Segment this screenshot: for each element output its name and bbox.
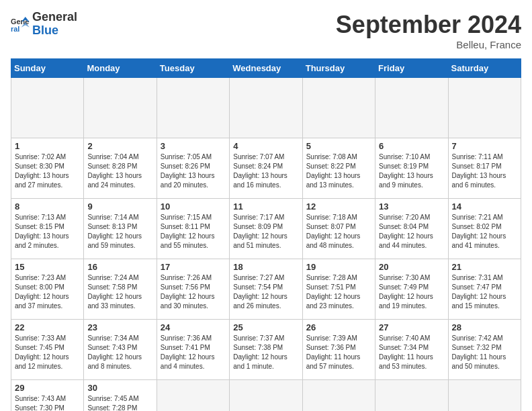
weekday-header-wednesday: Wednesday xyxy=(230,59,302,78)
day-number: 9 xyxy=(87,201,152,212)
day-info: Sunrise: 7:05 AMSunset: 8:26 PMDaylight:… xyxy=(161,152,226,190)
day-info: Sunrise: 7:04 AMSunset: 8:28 PMDaylight:… xyxy=(87,152,152,190)
calendar-cell xyxy=(375,380,448,412)
calendar-cell: 1Sunrise: 7:02 AMSunset: 8:30 PMDaylight… xyxy=(11,138,84,199)
day-info: Sunrise: 7:18 AMSunset: 8:07 PMDaylight:… xyxy=(306,213,371,250)
day-number: 25 xyxy=(233,322,298,332)
day-info: Sunrise: 7:24 AMSunset: 7:58 PMDaylight:… xyxy=(87,273,152,311)
calendar-cell xyxy=(448,380,521,412)
weekday-header-sunday: Sunday xyxy=(11,59,84,78)
calendar-cell: 30Sunrise: 7:45 AMSunset: 7:28 PMDayligh… xyxy=(84,380,157,412)
calendar-cell: 8Sunrise: 7:13 AMSunset: 8:15 PMDaylight… xyxy=(11,199,84,259)
weekday-header-friday: Friday xyxy=(375,59,448,78)
day-info: Sunrise: 7:31 AMSunset: 7:47 PMDaylight:… xyxy=(452,273,517,311)
day-number: 5 xyxy=(306,141,371,151)
day-info: Sunrise: 7:45 AMSunset: 7:28 PMDaylight:… xyxy=(87,394,152,411)
day-number: 27 xyxy=(379,322,444,332)
calendar-cell xyxy=(84,78,157,138)
day-info: Sunrise: 7:21 AMSunset: 8:02 PMDaylight:… xyxy=(452,213,517,250)
calendar-week-0 xyxy=(11,78,521,138)
day-number: 11 xyxy=(233,201,298,212)
day-number: 15 xyxy=(15,262,80,272)
calendar-cell: 18Sunrise: 7:27 AMSunset: 7:54 PMDayligh… xyxy=(230,259,302,320)
day-info: Sunrise: 7:27 AMSunset: 7:54 PMDaylight:… xyxy=(233,273,298,311)
day-number: 21 xyxy=(452,262,517,272)
calendar-cell: 4Sunrise: 7:07 AMSunset: 8:24 PMDaylight… xyxy=(230,138,302,199)
calendar-cell xyxy=(11,78,84,138)
weekday-header-thursday: Thursday xyxy=(302,59,375,78)
page-header: Gene ral General Blue September 2024 Bel… xyxy=(11,11,521,50)
logo: Gene ral General Blue xyxy=(11,11,77,38)
logo-general: General xyxy=(32,10,77,24)
calendar-cell xyxy=(302,78,375,138)
day-info: Sunrise: 7:34 AMSunset: 7:43 PMDaylight:… xyxy=(87,334,152,371)
day-info: Sunrise: 7:10 AMSunset: 8:19 PMDaylight:… xyxy=(379,152,444,190)
day-number: 30 xyxy=(87,383,152,393)
calendar-cell: 11Sunrise: 7:17 AMSunset: 8:09 PMDayligh… xyxy=(230,199,302,259)
day-info: Sunrise: 7:23 AMSunset: 8:00 PMDaylight:… xyxy=(15,273,80,311)
day-number: 17 xyxy=(161,262,226,272)
day-number: 22 xyxy=(15,322,80,332)
day-info: Sunrise: 7:26 AMSunset: 7:56 PMDaylight:… xyxy=(161,273,226,311)
calendar-cell: 25Sunrise: 7:37 AMSunset: 7:38 PMDayligh… xyxy=(230,320,302,380)
day-info: Sunrise: 7:30 AMSunset: 7:49 PMDaylight:… xyxy=(379,273,444,311)
calendar-cell: 5Sunrise: 7:08 AMSunset: 8:22 PMDaylight… xyxy=(302,138,375,199)
day-info: Sunrise: 7:36 AMSunset: 7:41 PMDaylight:… xyxy=(161,334,226,371)
calendar-cell xyxy=(230,380,302,412)
calendar-cell: 23Sunrise: 7:34 AMSunset: 7:43 PMDayligh… xyxy=(84,320,157,380)
day-info: Sunrise: 7:11 AMSunset: 8:17 PMDaylight:… xyxy=(452,152,517,190)
day-number: 12 xyxy=(306,201,371,212)
day-number: 2 xyxy=(87,141,152,151)
svg-text:ral: ral xyxy=(11,25,19,33)
calendar-cell: 26Sunrise: 7:39 AMSunset: 7:36 PMDayligh… xyxy=(302,320,375,380)
logo-blue: Blue xyxy=(32,24,77,38)
calendar-cell xyxy=(157,78,229,138)
calendar-cell: 2Sunrise: 7:04 AMSunset: 8:28 PMDaylight… xyxy=(84,138,157,199)
day-number: 29 xyxy=(15,383,80,393)
day-info: Sunrise: 7:28 AMSunset: 7:51 PMDaylight:… xyxy=(306,273,371,311)
day-number: 3 xyxy=(161,141,226,151)
weekday-header-tuesday: Tuesday xyxy=(157,59,229,78)
day-number: 1 xyxy=(15,141,80,151)
day-number: 23 xyxy=(87,322,152,332)
day-number: 18 xyxy=(233,262,298,272)
weekday-header-row: SundayMondayTuesdayWednesdayThursdayFrid… xyxy=(11,59,521,78)
day-number: 20 xyxy=(379,262,444,272)
logo-icon: Gene ral xyxy=(11,15,30,34)
calendar-cell: 27Sunrise: 7:40 AMSunset: 7:34 PMDayligh… xyxy=(375,320,448,380)
day-info: Sunrise: 7:15 AMSunset: 8:11 PMDaylight:… xyxy=(161,213,226,250)
calendar-cell: 16Sunrise: 7:24 AMSunset: 7:58 PMDayligh… xyxy=(84,259,157,320)
calendar-cell xyxy=(302,380,375,412)
calendar-cell: 14Sunrise: 7:21 AMSunset: 8:02 PMDayligh… xyxy=(448,199,521,259)
calendar-cell: 15Sunrise: 7:23 AMSunset: 8:00 PMDayligh… xyxy=(11,259,84,320)
day-number: 14 xyxy=(452,201,517,212)
day-number: 13 xyxy=(379,201,444,212)
calendar-cell: 6Sunrise: 7:10 AMSunset: 8:19 PMDaylight… xyxy=(375,138,448,199)
calendar-cell: 7Sunrise: 7:11 AMSunset: 8:17 PMDaylight… xyxy=(448,138,521,199)
calendar-cell xyxy=(157,380,229,412)
calendar-cell: 9Sunrise: 7:14 AMSunset: 8:13 PMDaylight… xyxy=(84,199,157,259)
calendar-cell: 24Sunrise: 7:36 AMSunset: 7:41 PMDayligh… xyxy=(157,320,229,380)
calendar-cell: 22Sunrise: 7:33 AMSunset: 7:45 PMDayligh… xyxy=(11,320,84,380)
calendar-week-1: 1Sunrise: 7:02 AMSunset: 8:30 PMDaylight… xyxy=(11,138,521,199)
day-number: 24 xyxy=(161,322,226,332)
day-number: 10 xyxy=(161,201,226,212)
weekday-header-monday: Monday xyxy=(84,59,157,78)
day-number: 4 xyxy=(233,141,298,151)
calendar-cell: 17Sunrise: 7:26 AMSunset: 7:56 PMDayligh… xyxy=(157,259,229,320)
day-info: Sunrise: 7:40 AMSunset: 7:34 PMDaylight:… xyxy=(379,334,444,371)
day-number: 7 xyxy=(452,141,517,151)
day-info: Sunrise: 7:42 AMSunset: 7:32 PMDaylight:… xyxy=(452,334,517,371)
day-info: Sunrise: 7:17 AMSunset: 8:09 PMDaylight:… xyxy=(233,213,298,250)
day-info: Sunrise: 7:08 AMSunset: 8:22 PMDaylight:… xyxy=(306,152,371,190)
calendar-week-4: 22Sunrise: 7:33 AMSunset: 7:45 PMDayligh… xyxy=(11,320,521,380)
day-number: 6 xyxy=(379,141,444,151)
day-info: Sunrise: 7:20 AMSunset: 8:04 PMDaylight:… xyxy=(379,213,444,250)
day-number: 16 xyxy=(87,262,152,272)
day-info: Sunrise: 7:14 AMSunset: 8:13 PMDaylight:… xyxy=(87,213,152,250)
day-number: 8 xyxy=(15,201,80,212)
calendar-cell xyxy=(230,78,302,138)
calendar-table: SundayMondayTuesdayWednesdayThursdayFrid… xyxy=(11,58,521,411)
calendar-cell: 10Sunrise: 7:15 AMSunset: 8:11 PMDayligh… xyxy=(157,199,229,259)
calendar-cell: 12Sunrise: 7:18 AMSunset: 8:07 PMDayligh… xyxy=(302,199,375,259)
